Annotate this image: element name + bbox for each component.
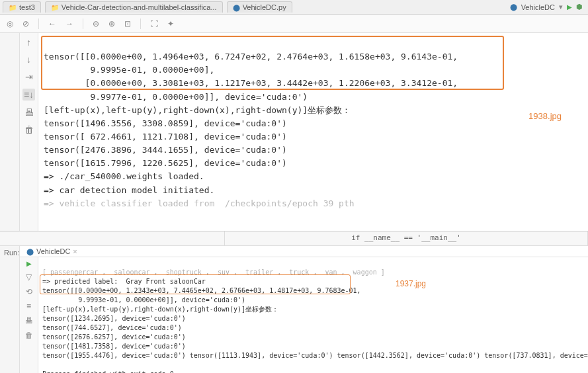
console-line: => predicted label: Gray Front saloonCar [42, 278, 206, 285]
project-tab-label: test3 [19, 3, 35, 11]
print-icon[interactable]: 🖶 [24, 107, 34, 118]
run-config-controls: ⬤ VehicleDC ▾ ▶ ⬢ [510, 3, 588, 11]
folder-icon [51, 3, 59, 11]
editor-side-tools: ↑ ↓ ⇥ ≡↓ 🖶 🗑 [20, 33, 38, 231]
run-console[interactable]: [ passengercar , salooncar , shoptruck ,… [38, 257, 588, 373]
console-line: tensor([1481.7358], device='cuda:0') [42, 343, 186, 350]
output-line: => ./car_540000.weights loaded. [44, 171, 204, 181]
debug-icon[interactable]: ⬢ [576, 3, 583, 11]
console-line: 9.9993e-01, 0.0000e+00]], device='cuda:0… [42, 296, 245, 304]
close-tab-icon[interactable]: × [73, 247, 77, 255]
breadcrumb-left[interactable] [0, 231, 225, 245]
output-line: => car detection model initiated. [44, 185, 214, 195]
console-line: tensor([1234.2695], device='cuda:0') [42, 315, 186, 322]
console-line: Process finished with exit code 0 [42, 370, 174, 373]
output-line: tensor([[0.0000e+00, 1.4964e+03, 6.7247e… [44, 52, 458, 62]
trash-icon[interactable]: 🗑 [25, 331, 33, 340]
record-icon[interactable]: ◎ [7, 19, 13, 28]
folder-tab[interactable]: Vehicle-Car-detection-and-multilabel-cla… [45, 1, 223, 13]
python-run-icon: ⬤ [26, 248, 34, 255]
zoom-out-icon[interactable]: ⊖ [93, 19, 99, 28]
stack-icon[interactable]: ≡ [26, 302, 31, 311]
back-icon[interactable]: ← [48, 19, 56, 28]
python-file-icon: ⬤ [233, 4, 240, 11]
console-line: [ passengercar , salooncar , shoptruck ,… [42, 269, 385, 276]
project-tab[interactable]: test3 [3, 1, 41, 13]
run-tab[interactable]: ⬤ VehicleDC × [22, 246, 81, 257]
forward-icon[interactable]: → [65, 19, 73, 28]
folder-tab-label: Vehicle-Car-detection-and-multilabel-cla… [62, 3, 217, 11]
trash-icon[interactable]: 🗑 [24, 124, 34, 135]
breadcrumb-bar: if __name__ == '__main__' [0, 231, 588, 246]
run-tabs: ⬤ VehicleDC × [20, 246, 588, 257]
console-line: [left-up(x),left-up(y),right-down(x),rig… [42, 306, 278, 313]
project-gutter[interactable] [0, 33, 20, 231]
python-config-icon: ⬤ [510, 3, 517, 11]
annotation-label-1: 1938.jpg [528, 110, 562, 123]
output-line: 9.9977e-01, 0.0000e+00]], device='cuda:0… [44, 92, 308, 102]
down-triangle-icon[interactable]: ▽ [26, 272, 32, 282]
output-line: [left-up(x),left-up(y),right-down(x),rig… [44, 105, 351, 115]
up-arrow-icon[interactable]: ↑ [26, 37, 31, 48]
wand-icon[interactable]: ✦ [167, 19, 174, 28]
run-panel-label: Run: [0, 246, 20, 373]
file-tabs-bar: test3 Vehicle-Car-detection-and-multilab… [0, 0, 588, 15]
restart-icon[interactable]: ⟲ [26, 287, 32, 296]
fit-icon[interactable]: ⊡ [124, 19, 131, 28]
output-line: [0.0000e+00, 3.3081e+03, 1.1217e+03, 3.4… [44, 78, 458, 88]
editor-toolbar: ◎ ⊘ ← → ⊖ ⊕ ⊡ ⛶ ✦ [0, 15, 588, 33]
output-line: tensor([1615.7996, 1220.5625], device='c… [44, 158, 287, 168]
file-tab[interactable]: ⬤ VehicleDC.py [227, 1, 292, 13]
expand-icon[interactable]: ⛶ [150, 19, 158, 28]
console-line: tensor([[0.0000e+00, 1.2343e+03, 7.4465e… [42, 287, 361, 294]
sort-icon[interactable]: ≡↓ [22, 89, 35, 101]
dropdown-icon[interactable]: ▾ [559, 3, 563, 11]
annotation-label-2: 1937.jpg [396, 278, 426, 290]
run-icon[interactable]: ▶ [567, 3, 572, 11]
stop-icon[interactable]: ⊘ [22, 19, 29, 28]
file-tab-label: VehicleDC.py [243, 3, 286, 11]
wrap-icon[interactable]: ⇥ [25, 71, 33, 82]
rerun-icon[interactable]: ▶ [26, 260, 32, 267]
run-side-tools: ▶ ▽ ⟲ ≡ 🖶 🗑 [20, 257, 38, 373]
run-panel: Run: ⬤ VehicleDC × ▶ ▽ ⟲ ≡ 🖶 🗑 [ passeng… [0, 246, 588, 373]
console-line: tensor([1955.4476], device='cuda:0') ten… [42, 352, 588, 359]
output-line: 9.9995e-01, 0.0000e+00], [44, 65, 214, 75]
output-line: tensor([2476.3896, 3444.1655], device='c… [44, 145, 287, 155]
run-config-label[interactable]: VehicleDC [521, 3, 555, 11]
editor-content[interactable]: tensor([[0.0000e+00, 1.4964e+03, 6.7247e… [38, 33, 588, 231]
output-line: => vehicle classifier loaded from /check… [44, 198, 355, 208]
zoom-in-icon[interactable]: ⊕ [108, 19, 115, 28]
print-icon[interactable]: 🖶 [25, 316, 33, 325]
output-line: tensor([ 672.4661, 1121.7108], device='c… [44, 132, 287, 142]
down-arrow-icon[interactable]: ↓ [26, 54, 31, 65]
output-line: tensor([1496.3556, 3308.0859], device='c… [44, 118, 287, 128]
editor-area: ↑ ↓ ⇥ ≡↓ 🖶 🗑 tensor([[0.0000e+00, 1.4964… [0, 33, 588, 231]
folder-icon [9, 3, 17, 11]
run-tab-label: VehicleDC [36, 247, 70, 255]
breadcrumb-center[interactable]: if __name__ == '__main__' [225, 231, 588, 245]
console-line: tensor([744.6527], device='cuda:0') [42, 324, 182, 331]
console-line: tensor([2676.6257], device='cuda:0') [42, 333, 186, 341]
